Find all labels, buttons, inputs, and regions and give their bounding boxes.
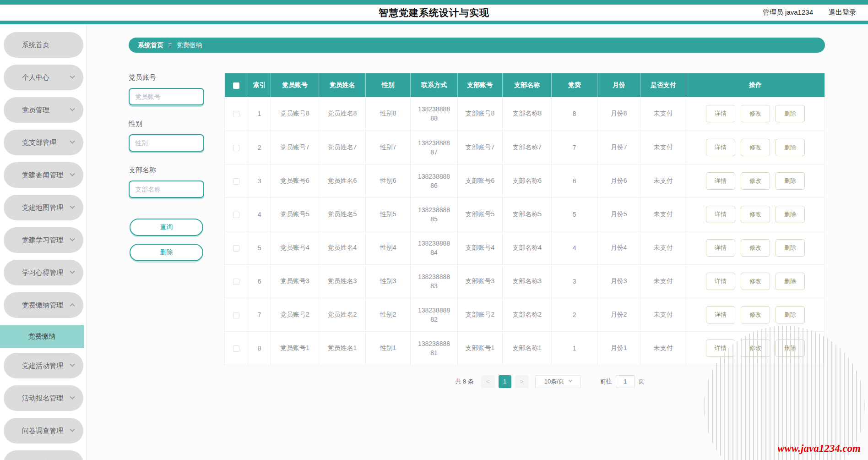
col-gender: 性别 [366,73,411,97]
pagination-total: 共 8 条 [455,378,473,386]
table-row: 5 党员账号4 党员姓名4 性别4 13823888884 支部账号4 支部名称… [225,231,825,264]
table-row: 3 党员账号6 党员姓名6 性别6 13823888886 支部账号6 支部名称… [225,164,825,197]
top-accent-bar [0,0,868,5]
col-branch-name: 支部名称 [502,73,552,97]
detail-button[interactable]: 详情 [706,273,735,290]
fee-table: 索引 党员账号 党员姓名 性别 联系方式 支部账号 支部名称 党费 月份 是否支… [224,73,825,365]
branch-name-input[interactable] [129,181,204,198]
col-phone: 联系方式 [411,73,457,97]
detail-button[interactable]: 详情 [706,239,735,257]
col-member-name: 党员姓名 [319,73,365,97]
next-page-button[interactable]: > [515,375,529,388]
watermark-text: www.java1234.com [777,443,861,455]
sidebar-item-member-mgmt[interactable]: 党员管理 [4,97,83,123]
prev-page-button[interactable]: < [481,375,495,388]
table-row: 2 党员账号7 党员姓名7 性别7 13823888887 支部账号7 支部名称… [225,131,825,164]
edit-button[interactable]: 修改 [741,239,770,257]
table-row: 7 党员账号2 党员姓名2 性别2 13823888882 支部账号2 支部名称… [225,298,825,331]
chevron-down-icon [70,74,75,79]
goto-page-input[interactable] [616,375,635,388]
page-size-select[interactable]: 10条/页 [535,375,581,388]
row-checkbox[interactable] [233,279,239,285]
gender-input[interactable] [129,134,204,152]
chevron-down-icon [70,204,75,209]
delete-button[interactable]: 删除 [776,239,805,257]
col-fee: 党费 [552,73,597,97]
chevron-down-icon [569,378,572,382]
gender-label: 性别 [129,120,204,128]
delete-button[interactable]: 删除 [776,139,805,156]
admin-user-label: 管理员 java1234 [763,8,813,17]
delete-button[interactable]: 删除 [776,105,805,122]
goto-label: 前往 [600,378,612,386]
delete-button[interactable]: 删除 [776,306,805,323]
row-checkbox[interactable] [233,245,239,252]
edit-button[interactable]: 修改 [741,172,770,190]
col-member-account: 党员账号 [271,73,319,97]
breadcrumb-separator-icon: Ξ [168,42,172,49]
delete-button[interactable]: 删除 [776,206,805,223]
member-account-label: 党员账号 [129,73,204,82]
col-index: 索引 [248,73,271,97]
row-checkbox[interactable] [233,145,239,151]
sidebar-item-fee-payment-active[interactable]: 党费缴纳 [0,325,84,348]
branch-name-label: 支部名称 [129,166,204,175]
edit-button[interactable]: 修改 [741,139,770,156]
row-checkbox[interactable] [233,212,239,218]
logout-button[interactable]: 退出登录 [829,8,856,17]
header-accent-bar [0,21,868,24]
chevron-down-icon [70,394,75,400]
edit-button[interactable]: 修改 [741,306,770,323]
sidebar-item-survey-answer-mgmt[interactable]: 问卷回答管理 [4,450,83,460]
col-paid: 是否支付 [640,73,686,97]
row-checkbox[interactable] [233,312,239,318]
delete-button[interactable]: 删除 [776,172,805,190]
page-unit-label: 页 [639,378,645,386]
page-title: 智慧党建系统设计与实现 [0,6,868,19]
sidebar-item-personal-center[interactable]: 个人中心 [4,65,83,90]
col-month: 月份 [597,73,640,97]
sidebar-item-experience-mgmt[interactable]: 学习心得管理 [4,260,83,285]
filter-panel: 党员账号 性别 支部名称 查询 删除 [129,73,204,388]
sidebar-item-study-mgmt[interactable]: 党建学习管理 [4,227,83,253]
chevron-down-icon [70,362,75,367]
breadcrumb-current: 党费缴纳 [176,41,202,49]
sidebar-item-survey-mgmt[interactable]: 问卷调查管理 [4,418,83,444]
table-body: 1 党员账号8 党员姓名8 性别8 13823888888 支部账号8 支部名称… [225,97,825,365]
chevron-down-icon [70,106,75,111]
col-actions: 操作 [686,73,825,97]
sidebar-item-news-mgmt[interactable]: 党建要闻管理 [4,162,83,188]
edit-button[interactable]: 修改 [741,273,770,290]
sidebar-item-fee-mgmt[interactable]: 党费缴纳管理 [4,292,83,318]
chevron-down-icon [70,139,75,144]
detail-button[interactable]: 详情 [706,105,735,122]
breadcrumb-home-link[interactable]: 系统首页 [138,41,163,49]
member-account-input[interactable] [129,88,204,105]
current-page-button[interactable]: 1 [499,375,511,388]
row-checkbox[interactable] [233,345,239,352]
app-header: 智慧党建系统设计与实现 管理员 java1234 退出登录 [0,5,868,21]
col-branch-account: 支部账号 [457,73,502,97]
table-row: 1 党员账号8 党员姓名8 性别8 13823888888 支部账号8 支部名称… [225,97,825,131]
query-button[interactable]: 查询 [130,219,203,236]
sidebar-item-activity-mgmt[interactable]: 党建活动管理 [4,353,83,378]
batch-delete-button[interactable]: 删除 [130,244,203,261]
table-row: 4 党员账号5 党员姓名5 性别5 13823888885 支部账号5 支部名称… [225,197,825,231]
row-checkbox[interactable] [233,111,239,117]
edit-button[interactable]: 修改 [741,105,770,122]
chevron-down-icon [70,269,75,274]
row-checkbox[interactable] [233,178,239,185]
detail-button[interactable]: 详情 [706,206,735,223]
chevron-down-icon [70,236,75,241]
delete-button[interactable]: 删除 [776,273,805,290]
detail-button[interactable]: 详情 [706,306,735,323]
detail-button[interactable]: 详情 [706,172,735,190]
edit-button[interactable]: 修改 [741,206,770,223]
chevron-up-icon [70,303,75,308]
sidebar-item-map-mgmt[interactable]: 党建地图管理 [4,195,83,220]
sidebar-item-home[interactable]: 系统首页 [4,32,83,58]
select-all-checkbox[interactable] [233,82,239,89]
sidebar-item-signup-mgmt[interactable]: 活动报名管理 [4,385,83,411]
detail-button[interactable]: 详情 [706,139,735,156]
sidebar-item-branch-mgmt[interactable]: 党支部管理 [4,130,83,155]
